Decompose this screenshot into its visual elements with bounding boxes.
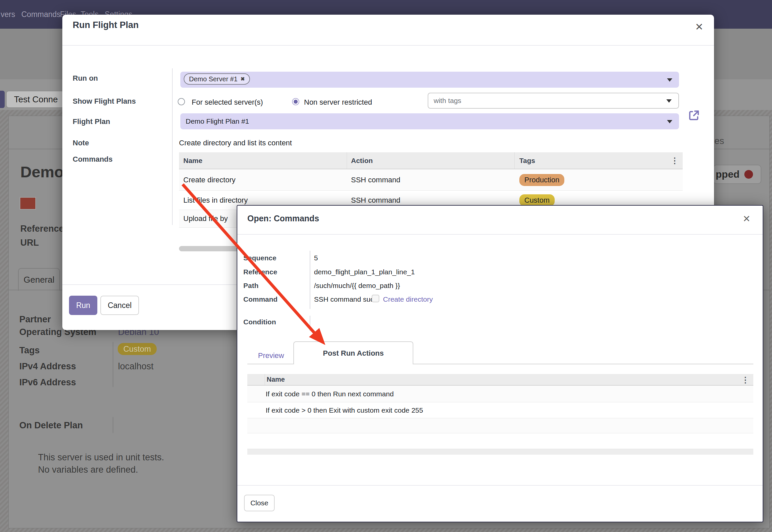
chevron-down-icon (667, 78, 672, 82)
row-action: SSH command (351, 176, 400, 184)
field-column-separator (310, 251, 310, 309)
color-swatch[interactable] (20, 197, 36, 210)
show-flight-plans-label: Show Flight Plans (73, 97, 136, 106)
close-button[interactable]: Close (244, 495, 275, 511)
sequence-value: 5 (314, 254, 318, 262)
open-commands-modal: Open: Commands ✕ Sequence Reference Path… (237, 205, 763, 522)
cut-off-primary-button[interactable] (0, 91, 5, 108)
command-link[interactable]: Create directory (383, 295, 433, 303)
tab-general[interactable]: General (18, 268, 60, 291)
tab-post-run-actions[interactable]: Post Run Actions (293, 341, 413, 364)
url-label: URL (20, 238, 39, 248)
modal-header-divider (62, 45, 714, 46)
radio-non-server-restricted[interactable] (292, 98, 299, 105)
table-row[interactable]: Create directory SSH command Production (179, 169, 683, 191)
row-name: Upload file by (183, 214, 228, 223)
radio-dot (294, 100, 298, 104)
cancel-button-label: Cancel (108, 301, 132, 310)
post-run-actions-table: Name ⋮ If exit code == 0 then Run next c… (247, 374, 753, 455)
row-name: Create directory (183, 176, 236, 184)
nav-item-servers[interactable]: vers (1, 10, 15, 19)
tab-preview[interactable]: Preview (258, 351, 284, 360)
unit-test-note-line2: No variables are defined. (38, 465, 138, 475)
flight-plan-select[interactable]: Demo Flight Plan #1 (180, 113, 679, 129)
with-tags-value: with tags (434, 93, 461, 108)
table-horizontal-scrollbar[interactable] (247, 449, 753, 455)
sequence-label: Sequence (243, 254, 276, 262)
close-button-label: Close (250, 499, 268, 507)
ipv4-value: localhost (118, 361, 154, 372)
flight-plan-label: Flight Plan (73, 117, 110, 126)
unit-test-note-line1: This server is used in unit tests. (38, 452, 164, 463)
label-column-separator (172, 68, 173, 225)
commands-table-header: Name Action Tags ⋮ (179, 152, 683, 169)
tab-post-run-actions-label: Post Run Actions (323, 349, 384, 358)
path-label: Path (243, 282, 259, 290)
status-label: pped (716, 169, 740, 180)
form-column-separator (113, 342, 113, 387)
table-options-kebab-icon[interactable]: ⋮ (741, 375, 749, 385)
server-tag-label: Demo Server #1 (189, 75, 238, 83)
cut-off-tab-label[interactable]: es (714, 136, 724, 146)
radio-non-server-restricted-label: Non server restricted (304, 98, 372, 107)
with-tags-select[interactable]: with tags (428, 93, 679, 109)
chevron-down-icon (666, 99, 672, 103)
tab-general-label: General (24, 275, 55, 285)
run-on-label: Run on (73, 74, 98, 83)
external-link-icon[interactable] (688, 109, 700, 123)
table-row[interactable]: If exit code == 0 then Run next command (247, 386, 753, 402)
run-button-label: Run (76, 301, 90, 310)
server-tag-pill[interactable]: Demo Server #1 ✖ (184, 73, 250, 85)
tag-badge-custom-dimmed: Custom (118, 343, 157, 355)
reference-label: Reference (20, 224, 64, 234)
close-icon[interactable]: ✕ (743, 214, 750, 224)
condition-label: Condition (243, 318, 276, 326)
col-header-name[interactable]: Name (183, 157, 202, 165)
post-run-table-header: Name ⋮ (247, 374, 753, 386)
path-value: /such/much/{{ demo_path }} (314, 282, 400, 290)
run-button[interactable]: Run (69, 296, 97, 315)
close-icon[interactable]: ✕ (695, 22, 703, 32)
ipv6-label: IPv6 Address (19, 377, 76, 388)
col-header-tags[interactable]: Tags (519, 157, 535, 165)
col-header-name[interactable]: Name (267, 376, 285, 383)
ipv4-label: IPv4 Address (19, 361, 76, 372)
remove-tag-icon[interactable]: ✖ (241, 76, 245, 82)
test-connection-label: Test Conne (14, 94, 58, 105)
note-label: Note (73, 139, 89, 147)
sudo-checkbox[interactable] (372, 295, 379, 302)
modal-title: Open: Commands (247, 214, 319, 223)
modal-title: Run Flight Plan (73, 20, 139, 30)
empty-table-row (247, 418, 753, 433)
page-title: Demo (20, 163, 64, 181)
nav-item-commands[interactable]: Commands (21, 10, 61, 19)
command-label: Command (243, 295, 278, 303)
on-delete-plan-label: On Delete Plan (19, 420, 83, 431)
header-col-sep (265, 374, 265, 385)
row-name: If exit code == 0 then Run next command (266, 390, 394, 398)
commands-label: Commands (73, 155, 113, 164)
page-root: vers Commands Files Tools Settings Test … (0, 0, 772, 532)
flight-plan-value: Demo Flight Plan #1 (186, 113, 249, 129)
table-options-kebab-icon[interactable]: ⋮ (671, 156, 679, 165)
header-col-sep (347, 152, 347, 169)
row-name: If exit code > 0 then Exit with custom e… (266, 406, 423, 414)
status-badge[interactable]: pped (713, 165, 761, 184)
col-header-action[interactable]: Action (351, 157, 373, 165)
tags-label: Tags (19, 345, 40, 356)
tag-badge-production: Production (519, 174, 564, 186)
radio-for-selected-servers[interactable] (178, 98, 185, 105)
modal-footer-divider (237, 485, 763, 486)
reference-value: demo_flight_plan_1_plan_line_1 (314, 268, 415, 276)
header-col-sep (514, 152, 515, 169)
form-column-separator-2 (113, 417, 113, 433)
status-dot-icon (744, 170, 753, 179)
command-value: SSH command sudo (314, 295, 378, 303)
row-action: SSH command (351, 196, 400, 205)
empty-table-row (247, 433, 753, 449)
partner-label: Partner (19, 314, 51, 325)
table-row[interactable]: If exit code > 0 then Exit with custom e… (247, 402, 753, 418)
note-value: Create directory and list its content (179, 139, 292, 147)
run-on-select[interactable]: Demo Server #1 ✖ (180, 72, 679, 88)
cancel-button[interactable]: Cancel (100, 296, 139, 315)
